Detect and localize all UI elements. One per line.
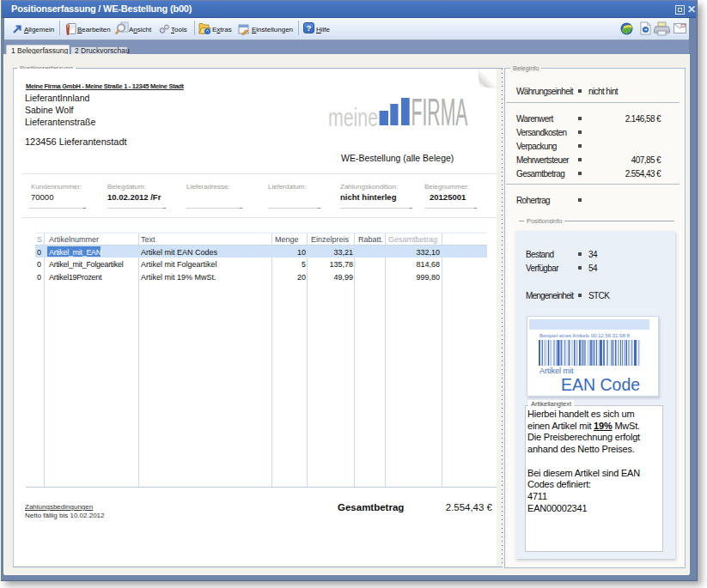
svg-text:?: ? — [307, 23, 312, 33]
svg-text:FIRMA: FIRMA — [411, 93, 468, 129]
svg-text:meine: meine — [328, 103, 378, 129]
